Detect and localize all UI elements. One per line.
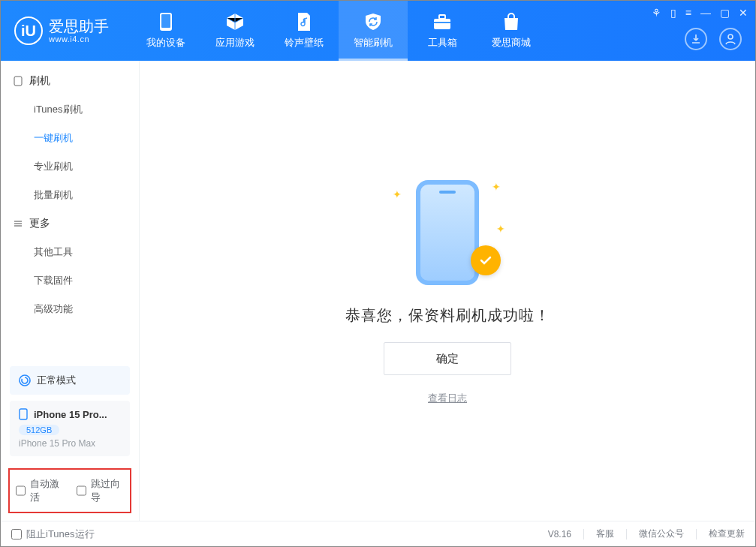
checkbox-label: 跳过向导	[91, 477, 124, 504]
sidebar-item-pro-flash[interactable]: 专业刷机	[1, 152, 139, 181]
success-illustration: ✦ ✦ ✦	[399, 176, 496, 289]
user-icon[interactable]	[719, 28, 742, 50]
brand-title: 爱思助手	[49, 18, 109, 35]
sidebar-section-flash: 刷机	[1, 67, 139, 95]
checkbox-skip-wizard[interactable]: 跳过向导	[77, 477, 124, 504]
svg-rect-6	[14, 77, 22, 86]
device-capacity: 512GB	[19, 425, 59, 435]
nav-item-ringtones[interactable]: 铃声壁纸	[270, 1, 339, 61]
sparkle-icon: ✦	[393, 188, 402, 200]
nav-label: 铃声壁纸	[285, 36, 324, 50]
sidebar: 刷机 iTunes刷机 一键刷机 专业刷机 批量刷机 更多 其他工具 下载固件 …	[1, 61, 140, 521]
svg-rect-8	[20, 409, 27, 419]
svg-rect-1	[161, 14, 170, 28]
nav-label: 工具箱	[428, 36, 457, 50]
minimize-icon[interactable]: —	[700, 7, 711, 19]
checkbox-auto-activate[interactable]: 自动激活	[16, 477, 63, 504]
device-small-icon	[13, 76, 23, 86]
brand-site: www.i4.cn	[49, 35, 109, 44]
device-name-text: iPhone 15 Pro...	[34, 409, 107, 420]
nav-item-store[interactable]: 爱思商城	[477, 1, 546, 61]
wechat-link[interactable]: 微信公众号	[639, 527, 684, 540]
sidebar-item-advanced[interactable]: 高级功能	[1, 295, 139, 323]
view-log-link[interactable]: 查看日志	[428, 392, 467, 405]
sparkle-icon: ✦	[492, 181, 501, 193]
brand-logo-icon: iU	[14, 17, 43, 45]
checkbox-label: 阻止iTunes运行	[26, 527, 95, 541]
main-content: ✦ ✦ ✦ 恭喜您，保资料刷机成功啦！ 确定 查看日志	[140, 61, 755, 521]
sidebar-item-download-fw[interactable]: 下载固件	[1, 266, 139, 295]
nav-label: 应用游戏	[215, 36, 255, 50]
device-phone-icon	[19, 408, 28, 420]
checkbox-block-itunes[interactable]: 阻止iTunes运行	[11, 527, 95, 541]
mobile-icon[interactable]: ▯	[670, 7, 676, 19]
status-label: 正常模式	[37, 374, 76, 387]
bag-icon	[501, 12, 521, 32]
svg-point-5	[728, 35, 733, 39]
nav-label: 我的设备	[146, 36, 185, 50]
nav-item-apps[interactable]: 应用游戏	[200, 1, 270, 61]
divider	[696, 529, 697, 539]
close-icon[interactable]: ✕	[739, 7, 748, 19]
highlight-options: 自动激活 跳过向导	[8, 468, 131, 513]
svg-rect-3	[439, 15, 445, 19]
sidebar-section-title: 刷机	[29, 74, 50, 88]
divider	[583, 529, 584, 539]
footer: 阻止iTunes运行 V8.16 客服 微信公众号 检查更新	[1, 521, 755, 546]
checkbox-label: 自动激活	[30, 477, 63, 504]
window-controls: ⚘ ▯ ≡ — ▢ ✕	[652, 7, 748, 19]
sidebar-item-oneclick-flash[interactable]: 一键刷机	[1, 124, 139, 152]
sidebar-item-itunes-flash[interactable]: iTunes刷机	[1, 95, 139, 124]
success-message: 恭喜您，保资料刷机成功啦！	[345, 305, 550, 326]
body: 刷机 iTunes刷机 一键刷机 专业刷机 批量刷机 更多 其他工具 下载固件 …	[1, 61, 755, 521]
svg-point-7	[20, 375, 30, 386]
check-badge-icon	[471, 245, 501, 275]
download-icon[interactable]	[685, 28, 707, 50]
nav-label: 智能刷机	[354, 36, 393, 50]
ok-button[interactable]: 确定	[384, 342, 511, 375]
more-icon	[13, 218, 23, 229]
shield-refresh-icon	[363, 12, 383, 32]
top-nav: 我的设备 应用游戏 铃声壁纸 智能刷机 工具箱 爱思商城	[131, 1, 546, 61]
sidebar-item-batch-flash[interactable]: 批量刷机	[1, 181, 139, 209]
cube-icon	[225, 12, 245, 32]
header-right-actions	[685, 28, 742, 50]
status-ok-icon	[19, 374, 31, 386]
header: iU 爱思助手 www.i4.cn 我的设备 应用游戏 铃声壁纸 智能刷机 工具…	[1, 1, 755, 61]
music-file-icon	[294, 12, 314, 32]
sparkle-icon: ✦	[496, 223, 505, 235]
svg-rect-4	[434, 22, 450, 23]
nav-label: 爱思商城	[492, 36, 531, 50]
check-update-link[interactable]: 检查更新	[709, 527, 745, 540]
svg-rect-2	[434, 19, 450, 29]
sidebar-item-other-tools[interactable]: 其他工具	[1, 238, 139, 266]
phone-illustration-icon	[416, 180, 479, 285]
support-link[interactable]: 客服	[596, 527, 614, 540]
phone-icon	[156, 12, 176, 32]
nav-item-device[interactable]: 我的设备	[131, 1, 200, 61]
maximize-icon[interactable]: ▢	[720, 7, 730, 19]
device-card[interactable]: iPhone 15 Pro... 512GB iPhone 15 Pro Max	[10, 401, 130, 456]
device-model: iPhone 15 Pro Max	[19, 438, 121, 449]
sidebar-section-more: 更多	[1, 209, 139, 238]
toolbox-icon	[432, 12, 452, 32]
version-label: V8.16	[548, 529, 571, 539]
device-status: 正常模式	[10, 366, 130, 395]
sidebar-section-title: 更多	[29, 217, 50, 230]
menu-icon[interactable]: ≡	[685, 7, 691, 19]
nav-item-toolbox[interactable]: 工具箱	[408, 1, 477, 61]
divider	[626, 529, 627, 539]
nav-item-flash[interactable]: 智能刷机	[339, 1, 408, 61]
brand: iU 爱思助手 www.i4.cn	[1, 17, 122, 45]
skin-icon[interactable]: ⚘	[652, 7, 661, 19]
